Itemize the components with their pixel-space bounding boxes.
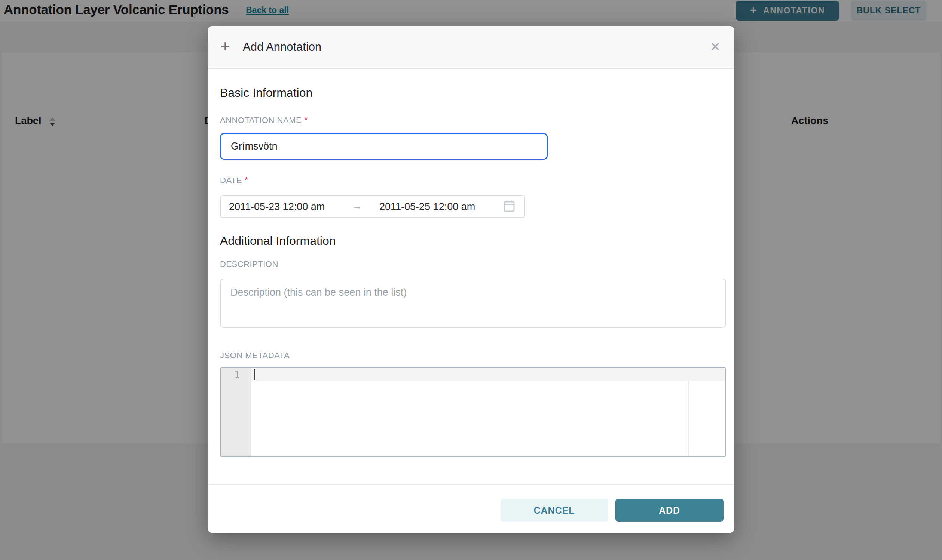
date-start-value[interactable]: 2011-05-23 12:00 am bbox=[229, 201, 325, 212]
annotation-name-label-text: ANNOTATION NAME bbox=[220, 115, 302, 125]
plus-icon: + bbox=[220, 37, 230, 56]
editor-line-number: 1 bbox=[221, 369, 240, 380]
cancel-button[interactable]: CANCEL bbox=[501, 499, 608, 522]
modal-footer: CANCEL ADD bbox=[208, 484, 734, 533]
json-metadata-editor[interactable]: 1 bbox=[220, 367, 726, 457]
description-textarea[interactable] bbox=[220, 278, 726, 328]
modal-title: Add Annotation bbox=[243, 40, 321, 54]
editor-print-margin bbox=[688, 381, 689, 457]
close-icon[interactable]: ✕ bbox=[710, 40, 721, 53]
json-metadata-label: JSON METADATA bbox=[220, 351, 290, 360]
editor-active-line bbox=[251, 368, 725, 381]
calendar-icon bbox=[504, 200, 515, 214]
description-label: DESCRIPTION bbox=[220, 260, 278, 269]
screen: Annotation Layer Volcanic Eruptions Back… bbox=[0, 0, 942, 560]
basic-information-heading: Basic Information bbox=[220, 86, 312, 100]
annotation-name-label: ANNOTATION NAME* bbox=[220, 115, 308, 125]
add-annotation-modal: + Add Annotation ✕ Basic Information ANN… bbox=[208, 26, 734, 533]
required-asterisk: * bbox=[245, 175, 248, 185]
editor-gutter: 1 bbox=[221, 368, 251, 457]
range-arrow-icon: → bbox=[352, 200, 362, 212]
additional-information-heading: Additional Information bbox=[220, 234, 336, 248]
modal-header: + Add Annotation ✕ bbox=[208, 26, 734, 69]
editor-cursor bbox=[254, 369, 255, 380]
date-label-text: DATE bbox=[220, 176, 242, 185]
required-asterisk: * bbox=[304, 115, 307, 125]
date-label: DATE* bbox=[220, 175, 248, 185]
add-button[interactable]: ADD bbox=[615, 499, 723, 522]
annotation-name-input[interactable] bbox=[220, 133, 548, 160]
date-range-picker[interactable]: 2011-05-23 12:00 am → 2011-05-25 12:00 a… bbox=[220, 195, 525, 218]
date-end-value[interactable]: 2011-05-25 12:00 am bbox=[379, 201, 475, 212]
